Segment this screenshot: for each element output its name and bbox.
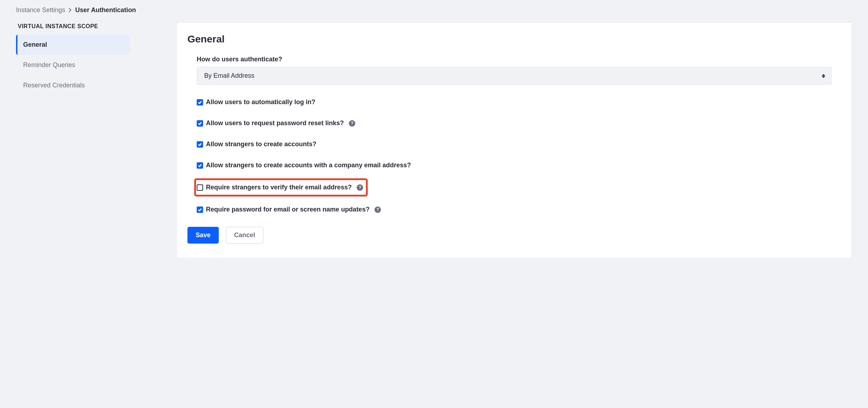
- checkbox-strangers-company-email[interactable]: [197, 162, 203, 169]
- cancel-button[interactable]: Cancel: [226, 227, 263, 244]
- button-row: Save Cancel: [187, 227, 841, 244]
- checkbox-verify-email[interactable]: [197, 184, 203, 191]
- checkbox-label[interactable]: Require strangers to verify their email …: [206, 184, 352, 191]
- breadcrumb-parent-link[interactable]: Instance Settings: [16, 6, 65, 14]
- checkbox-password-reset[interactable]: [197, 120, 203, 127]
- panel-title: General: [187, 34, 841, 45]
- checkbox-require-password-update[interactable]: [197, 206, 203, 213]
- sidebar-item-general[interactable]: General: [16, 35, 130, 55]
- checkbox-label[interactable]: Allow strangers to create accounts?: [206, 141, 316, 148]
- auth-method-select-wrapper: By Email Address: [197, 67, 832, 85]
- checkbox-row-require-password-update: Require password for email or screen nam…: [197, 206, 832, 213]
- checkbox-row-password-reset: Allow users to request password reset li…: [197, 119, 832, 127]
- auth-method-label: How do users authenticate?: [197, 56, 832, 63]
- checkbox-label[interactable]: Allow users to automatically log in?: [206, 98, 315, 106]
- save-button[interactable]: Save: [187, 227, 219, 244]
- help-icon[interactable]: ?: [374, 206, 381, 213]
- checkbox-label[interactable]: Require password for email or screen nam…: [206, 206, 370, 213]
- sidebar-item-reminder-queries[interactable]: Reminder Queries: [16, 55, 130, 75]
- breadcrumb-current: User Authentication: [75, 6, 136, 14]
- checkbox-row-verify-email: Require strangers to verify their email …: [194, 178, 368, 197]
- help-icon[interactable]: ?: [357, 184, 363, 191]
- sidebar-title: VIRTUAL INSTANCE SCOPE: [16, 23, 130, 35]
- auth-method-select[interactable]: By Email Address: [197, 67, 832, 85]
- checkbox-label[interactable]: Allow users to request password reset li…: [206, 119, 344, 127]
- help-icon[interactable]: ?: [349, 120, 355, 127]
- breadcrumb: Instance Settings User Authentication: [16, 0, 852, 20]
- checkbox-row-auto-login: Allow users to automatically log in?: [197, 98, 832, 106]
- checkbox-label[interactable]: Allow strangers to create accounts with …: [206, 162, 411, 169]
- checkbox-row-strangers-company-email: Allow strangers to create accounts with …: [197, 162, 832, 169]
- checkbox-strangers-create[interactable]: [197, 141, 203, 148]
- main-panel: General How do users authenticate? By Em…: [176, 22, 852, 258]
- chevron-right-icon: [69, 7, 72, 13]
- sidebar-item-reserved-credentials[interactable]: Reserved Credentials: [16, 75, 130, 96]
- checkbox-auto-login[interactable]: [197, 99, 203, 106]
- sidebar: VIRTUAL INSTANCE SCOPE General Reminder …: [16, 20, 130, 96]
- checkbox-row-strangers-create: Allow strangers to create accounts?: [197, 141, 832, 148]
